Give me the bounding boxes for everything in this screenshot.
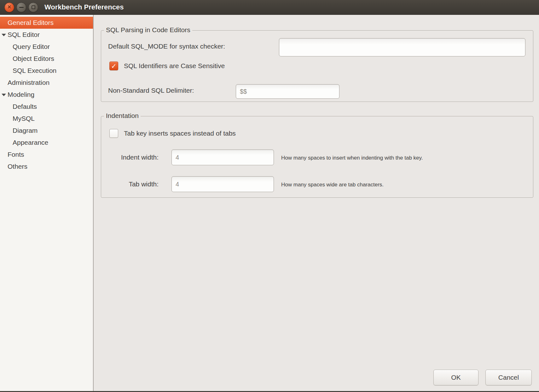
close-icon: ✕ (7, 4, 11, 10)
sql-mode-label: Default SQL_MODE for syntax checker: (108, 43, 225, 50)
indentation-group: Indentation Tab key inserts spaces inste… (101, 116, 533, 198)
delimiter-label: Non-Standard SQL Delimiter: (108, 87, 194, 94)
sidebar-item-query-editor[interactable]: Query Editor (0, 41, 93, 53)
sidebar-item-label: SQL Execution (13, 67, 56, 74)
sidebar-item-general-editors[interactable]: General Editors (0, 17, 93, 29)
delimiter-input[interactable] (236, 84, 339, 99)
indent-width-description: How many spaces to insert when indenting… (281, 155, 423, 161)
sidebar-item-administration[interactable]: Administration (0, 77, 93, 89)
tab-width-label: Tab width: (107, 180, 159, 188)
preferences-sidebar: General Editors SQL Editor Query Editor … (0, 15, 94, 391)
sidebar-item-diagram[interactable]: Diagram (0, 125, 93, 137)
window-close-button[interactable]: ✕ (4, 3, 14, 12)
group-title: SQL Parsing in Code Editors (104, 26, 192, 34)
sidebar-item-label: Query Editor (13, 43, 50, 50)
sidebar-item-label: General Editors (8, 19, 54, 26)
tab-inserts-spaces-checkbox[interactable] (109, 129, 118, 138)
sidebar-item-label: Diagram (13, 127, 38, 134)
tab-width-description: How many spaces wide are tab characters. (281, 182, 384, 188)
sidebar-item-label: Fonts (8, 151, 24, 158)
sidebar-item-sql-execution[interactable]: SQL Execution (0, 65, 93, 77)
sidebar-item-defaults[interactable]: Defaults (0, 101, 93, 113)
sidebar-item-modeling[interactable]: Modeling (0, 89, 93, 101)
chevron-down-icon[interactable] (2, 34, 6, 36)
sql-parsing-group: SQL Parsing in Code Editors Default SQL_… (101, 30, 533, 102)
tab-inserts-spaces-label[interactable]: Tab key inserts spaces instead of tabs (124, 130, 236, 137)
window-title: Workbench Preferences (44, 3, 124, 11)
indent-width-label: Indent width: (107, 154, 159, 161)
ok-button[interactable]: OK (433, 370, 478, 385)
window-maximize-button[interactable] (28, 3, 38, 12)
case-sensitive-label[interactable]: SQL Identifiers are Case Sensitive (124, 62, 225, 70)
sidebar-item-mysql[interactable]: MySQL (0, 113, 93, 125)
tab-width-input[interactable] (171, 176, 274, 192)
sidebar-item-label: Modeling (8, 91, 34, 98)
window-minimize-button[interactable] (16, 3, 26, 12)
sidebar-item-label: SQL Editor (8, 31, 40, 38)
indent-width-input[interactable] (171, 149, 274, 165)
sidebar-item-others[interactable]: Others (0, 161, 93, 173)
sidebar-item-label: Others (8, 163, 27, 170)
sidebar-item-sql-editor[interactable]: SQL Editor (0, 29, 93, 41)
sidebar-item-fonts[interactable]: Fonts (0, 149, 93, 161)
sql-mode-input[interactable] (279, 38, 525, 56)
sidebar-item-label: Appearance (13, 139, 48, 146)
maximize-icon (32, 5, 35, 9)
sidebar-item-label: Defaults (13, 103, 37, 110)
cancel-button[interactable]: Cancel (485, 370, 532, 385)
sidebar-item-object-editors[interactable]: Object Editors (0, 53, 93, 65)
chevron-down-icon[interactable] (2, 94, 6, 96)
checkmark-icon: ✓ (111, 63, 117, 69)
preferences-panel: SQL Parsing in Code Editors Default SQL_… (94, 15, 539, 391)
minimize-icon (19, 7, 24, 8)
sidebar-item-label: MySQL (13, 115, 35, 122)
sidebar-item-label: Object Editors (13, 55, 54, 62)
titlebar: ✕ Workbench Preferences (0, 0, 539, 15)
sidebar-item-label: Administration (8, 79, 49, 86)
sidebar-item-appearance[interactable]: Appearance (0, 137, 93, 149)
group-title: Indentation (104, 112, 141, 120)
case-sensitive-checkbox[interactable]: ✓ (109, 61, 118, 70)
